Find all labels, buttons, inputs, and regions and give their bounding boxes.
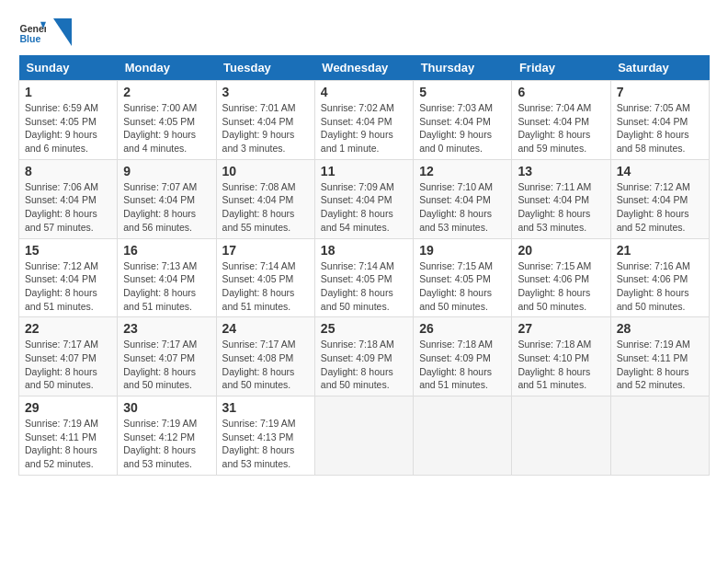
- calendar-cell: 24 Sunrise: 7:17 AMSunset: 4:08 PMDaylig…: [216, 317, 314, 396]
- calendar-cell: 27 Sunrise: 7:18 AMSunset: 4:10 PMDaylig…: [512, 317, 610, 396]
- day-detail: Sunrise: 7:04 AMSunset: 4:04 PMDaylight:…: [518, 102, 591, 154]
- calendar-cell: 22 Sunrise: 7:17 AMSunset: 4:07 PMDaylig…: [19, 317, 118, 396]
- day-number: 2: [123, 85, 210, 99]
- calendar-cell: 14 Sunrise: 7:12 AMSunset: 4:04 PMDaylig…: [610, 159, 709, 238]
- day-number: 8: [25, 164, 111, 178]
- calendar-cell: 23 Sunrise: 7:17 AMSunset: 4:07 PMDaylig…: [118, 317, 216, 396]
- calendar-cell: 20 Sunrise: 7:15 AMSunset: 4:06 PMDaylig…: [512, 238, 610, 317]
- calendar-header: General Blue: [18, 18, 710, 46]
- day-number: 31: [222, 400, 309, 415]
- day-number: 30: [123, 400, 210, 415]
- day-detail: Sunrise: 7:18 AMSunset: 4:09 PMDaylight:…: [321, 339, 394, 390]
- calendar-header-row: SundayMondayTuesdayWednesdayThursdayFrid…: [19, 55, 710, 81]
- column-header-tuesday: Tuesday: [216, 55, 314, 81]
- calendar-cell: 17 Sunrise: 7:14 AMSunset: 4:05 PMDaylig…: [216, 238, 314, 317]
- day-detail: Sunrise: 7:19 AMSunset: 4:11 PMDaylight:…: [617, 339, 690, 390]
- day-detail: Sunrise: 7:07 AMSunset: 4:04 PMDaylight:…: [123, 181, 197, 233]
- day-number: 25: [321, 321, 407, 336]
- column-header-wednesday: Wednesday: [314, 55, 413, 81]
- day-number: 11: [321, 164, 407, 178]
- day-number: 20: [518, 243, 604, 258]
- logo-icon: General Blue: [18, 18, 46, 46]
- day-number: 5: [419, 85, 506, 99]
- calendar-week-row: 15 Sunrise: 7:12 AMSunset: 4:04 PMDaylig…: [19, 238, 710, 317]
- logo-arrow-icon: [53, 18, 72, 46]
- day-detail: Sunrise: 7:17 AMSunset: 4:08 PMDaylight:…: [222, 339, 296, 390]
- calendar-cell: 19 Sunrise: 7:15 AMSunset: 4:05 PMDaylig…: [414, 238, 512, 317]
- day-detail: Sunrise: 7:12 AMSunset: 4:04 PMDaylight:…: [25, 260, 98, 312]
- day-detail: Sunrise: 7:15 AMSunset: 4:05 PMDaylight:…: [419, 260, 493, 312]
- svg-text:Blue: Blue: [20, 33, 41, 44]
- day-number: 27: [518, 321, 604, 336]
- calendar-cell: 30 Sunrise: 7:19 AMSunset: 4:12 PMDaylig…: [118, 396, 216, 476]
- day-detail: Sunrise: 7:09 AMSunset: 4:04 PMDaylight:…: [321, 181, 394, 233]
- day-detail: Sunrise: 7:17 AMSunset: 4:07 PMDaylight:…: [123, 339, 197, 390]
- day-detail: Sunrise: 7:19 AMSunset: 4:13 PMDaylight:…: [222, 418, 296, 469]
- calendar-cell: 6 Sunrise: 7:04 AMSunset: 4:04 PMDayligh…: [512, 81, 610, 160]
- day-number: 7: [617, 85, 703, 99]
- day-number: 4: [321, 85, 407, 99]
- day-number: 16: [123, 243, 210, 258]
- calendar-week-row: 29 Sunrise: 7:19 AMSunset: 4:11 PMDaylig…: [19, 396, 710, 476]
- calendar-cell: 8 Sunrise: 7:06 AMSunset: 4:04 PMDayligh…: [19, 159, 118, 238]
- logo: General Blue: [18, 18, 72, 46]
- calendar-cell: 1 Sunrise: 6:59 AMSunset: 4:05 PMDayligh…: [19, 81, 118, 160]
- calendar-cell: 12 Sunrise: 7:10 AMSunset: 4:04 PMDaylig…: [414, 159, 512, 238]
- column-header-saturday: Saturday: [610, 55, 709, 81]
- calendar-cell: 3 Sunrise: 7:01 AMSunset: 4:04 PMDayligh…: [216, 81, 314, 160]
- day-detail: Sunrise: 7:02 AMSunset: 4:04 PMDaylight:…: [321, 102, 394, 154]
- calendar-table: SundayMondayTuesdayWednesdayThursdayFrid…: [18, 55, 710, 476]
- day-detail: Sunrise: 7:14 AMSunset: 4:05 PMDaylight:…: [222, 260, 296, 312]
- day-number: 28: [617, 321, 703, 336]
- day-detail: Sunrise: 7:16 AMSunset: 4:06 PMDaylight:…: [617, 260, 690, 312]
- day-detail: Sunrise: 6:59 AMSunset: 4:05 PMDaylight:…: [25, 102, 98, 154]
- calendar-cell: 15 Sunrise: 7:12 AMSunset: 4:04 PMDaylig…: [19, 238, 118, 317]
- calendar-cell: 10 Sunrise: 7:08 AMSunset: 4:04 PMDaylig…: [216, 159, 314, 238]
- calendar-cell: 31 Sunrise: 7:19 AMSunset: 4:13 PMDaylig…: [216, 396, 314, 476]
- calendar-cell: [610, 396, 709, 476]
- calendar-cell: 29 Sunrise: 7:19 AMSunset: 4:11 PMDaylig…: [19, 396, 118, 476]
- day-number: 17: [222, 243, 309, 258]
- calendar-week-row: 22 Sunrise: 7:17 AMSunset: 4:07 PMDaylig…: [19, 317, 710, 396]
- calendar-cell: 25 Sunrise: 7:18 AMSunset: 4:09 PMDaylig…: [314, 317, 413, 396]
- day-number: 12: [419, 164, 506, 178]
- day-number: 1: [25, 85, 111, 99]
- day-number: 18: [321, 243, 407, 258]
- day-detail: Sunrise: 7:12 AMSunset: 4:04 PMDaylight:…: [617, 181, 690, 233]
- calendar-cell: [314, 396, 413, 476]
- column-header-friday: Friday: [512, 55, 610, 81]
- day-number: 3: [222, 85, 309, 99]
- day-detail: Sunrise: 7:11 AMSunset: 4:04 PMDaylight:…: [518, 181, 591, 233]
- calendar-cell: 28 Sunrise: 7:19 AMSunset: 4:11 PMDaylig…: [610, 317, 709, 396]
- calendar-cell: 11 Sunrise: 7:09 AMSunset: 4:04 PMDaylig…: [314, 159, 413, 238]
- day-number: 15: [25, 243, 111, 258]
- column-header-sunday: Sunday: [19, 55, 118, 81]
- day-detail: Sunrise: 7:18 AMSunset: 4:10 PMDaylight:…: [518, 339, 591, 390]
- calendar-cell: 18 Sunrise: 7:14 AMSunset: 4:05 PMDaylig…: [314, 238, 413, 317]
- calendar-cell: 21 Sunrise: 7:16 AMSunset: 4:06 PMDaylig…: [610, 238, 709, 317]
- calendar-cell: [512, 396, 610, 476]
- calendar-cell: 2 Sunrise: 7:00 AMSunset: 4:05 PMDayligh…: [118, 81, 216, 160]
- calendar-cell: 16 Sunrise: 7:13 AMSunset: 4:04 PMDaylig…: [118, 238, 216, 317]
- column-header-monday: Monday: [118, 55, 216, 81]
- day-number: 14: [617, 164, 703, 178]
- day-detail: Sunrise: 7:00 AMSunset: 4:05 PMDaylight:…: [123, 102, 197, 154]
- day-number: 6: [518, 85, 604, 99]
- day-number: 29: [25, 400, 111, 415]
- svg-marker-3: [53, 18, 72, 46]
- day-detail: Sunrise: 7:19 AMSunset: 4:12 PMDaylight:…: [123, 418, 197, 469]
- day-number: 26: [419, 321, 506, 336]
- calendar-cell: 9 Sunrise: 7:07 AMSunset: 4:04 PMDayligh…: [118, 159, 216, 238]
- calendar-cell: 4 Sunrise: 7:02 AMSunset: 4:04 PMDayligh…: [314, 81, 413, 160]
- day-detail: Sunrise: 7:06 AMSunset: 4:04 PMDaylight:…: [25, 181, 98, 233]
- day-detail: Sunrise: 7:03 AMSunset: 4:04 PMDaylight:…: [419, 102, 493, 154]
- day-detail: Sunrise: 7:10 AMSunset: 4:04 PMDaylight:…: [419, 181, 493, 233]
- calendar-cell: [414, 396, 512, 476]
- calendar-week-row: 1 Sunrise: 6:59 AMSunset: 4:05 PMDayligh…: [19, 81, 710, 160]
- day-number: 22: [25, 321, 111, 336]
- day-number: 23: [123, 321, 210, 336]
- day-detail: Sunrise: 7:18 AMSunset: 4:09 PMDaylight:…: [419, 339, 493, 390]
- day-detail: Sunrise: 7:08 AMSunset: 4:04 PMDaylight:…: [222, 181, 296, 233]
- day-number: 21: [617, 243, 703, 258]
- day-number: 10: [222, 164, 309, 178]
